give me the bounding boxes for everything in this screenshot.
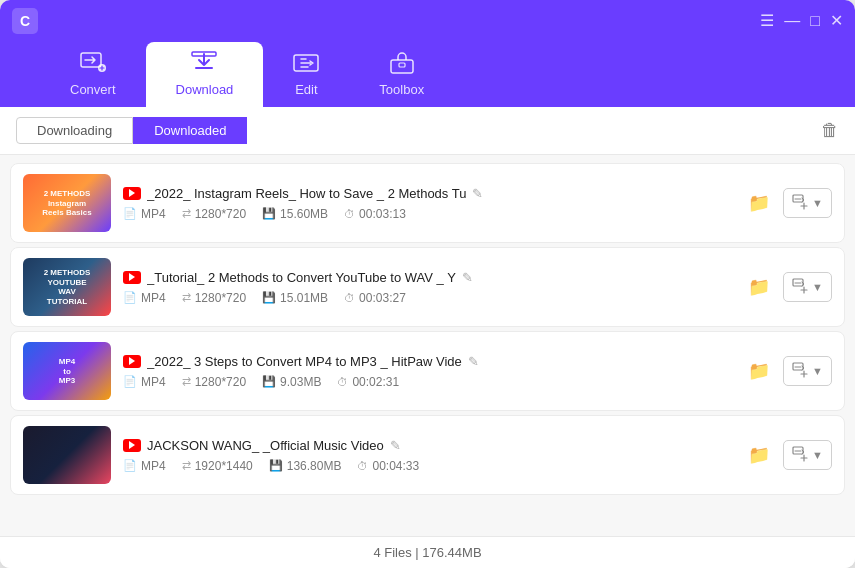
app-window: C ☰ — □ ✕ Convert xyxy=(0,0,855,568)
window-controls: ☰ — □ ✕ xyxy=(760,13,843,29)
file-info-3: _2022_ 3 Steps to Convert MP4 to MP3 _ H… xyxy=(123,354,731,389)
convert-button-1[interactable]: ▼ xyxy=(783,188,832,218)
minimize-button[interactable]: — xyxy=(784,13,800,29)
tab-download-label: Download xyxy=(176,82,234,97)
size-1: 💾 15.60MB xyxy=(262,207,328,221)
tab-convert[interactable]: Convert xyxy=(40,44,146,107)
file-meta-2: 📄 MP4 ⇄ 1280*720 💾 15.01MB ⏱ xyxy=(123,291,731,305)
menu-button[interactable]: ☰ xyxy=(760,13,774,29)
thumb-text-2: 2 METHODSYOUTUBEWAVTUTORIAL xyxy=(44,268,91,306)
file-title-3: _2022_ 3 Steps to Convert MP4 to MP3 _ H… xyxy=(147,354,462,369)
tab-toolbox[interactable]: Toolbox xyxy=(349,44,454,107)
thumb-text-1: 2 METHODSInstagramReels Basics xyxy=(42,189,91,218)
resolution-4: ⇄ 1920*1440 xyxy=(182,459,253,473)
app-logo: C xyxy=(12,8,38,34)
table-row: JACKSON WANG_ _Official Music Video ✎ 📄 … xyxy=(10,415,845,495)
thumbnail-2: 2 METHODSYOUTUBEWAVTUTORIAL xyxy=(23,258,111,316)
sub-tabs-bar: Downloading Downloaded 🗑 xyxy=(0,107,855,155)
format-3: 📄 MP4 xyxy=(123,375,166,389)
table-row: 2 METHODSInstagramReels Basics _2022_ In… xyxy=(10,163,845,243)
file-title-row-3: _2022_ 3 Steps to Convert MP4 to MP3 _ H… xyxy=(123,354,731,369)
resolution-2: ⇄ 1280*720 xyxy=(182,291,246,305)
tab-convert-label: Convert xyxy=(70,82,116,97)
open-folder-button-4[interactable]: 📁 xyxy=(743,439,775,471)
tab-edit[interactable]: Edit xyxy=(263,44,349,107)
file-title-1: _2022_ Instagram Reels_ How to Save _ 2 … xyxy=(147,186,466,201)
toolbox-icon xyxy=(389,52,415,78)
open-folder-button-3[interactable]: 📁 xyxy=(743,355,775,387)
file-info-1: _2022_ Instagram Reels_ How to Save _ 2 … xyxy=(123,186,731,221)
size-4: 💾 136.80MB xyxy=(269,459,342,473)
file-info-4: JACKSON WANG_ _Official Music Video ✎ 📄 … xyxy=(123,438,731,473)
format-1: 📄 MP4 xyxy=(123,207,166,221)
table-row: 2 METHODSYOUTUBEWAVTUTORIAL _Tutorial_ 2… xyxy=(10,247,845,327)
title-bar: C ☰ — □ ✕ xyxy=(0,0,855,42)
open-folder-button-1[interactable]: 📁 xyxy=(743,187,775,219)
edit-title-icon-1[interactable]: ✎ xyxy=(472,186,483,201)
youtube-icon-4 xyxy=(123,439,141,452)
file-actions-2: 📁 ▼ xyxy=(743,271,832,303)
tab-edit-label: Edit xyxy=(295,82,317,97)
thumbnail-1: 2 METHODSInstagramReels Basics xyxy=(23,174,111,232)
file-meta-4: 📄 MP4 ⇄ 1920*1440 💾 136.80MB ⏱ xyxy=(123,459,731,473)
file-title-2: _Tutorial_ 2 Methods to Convert YouTube … xyxy=(147,270,456,285)
file-list: 2 METHODSInstagramReels Basics _2022_ In… xyxy=(0,155,855,536)
footer-summary: 4 Files | 176.44MB xyxy=(373,545,481,560)
thumbnail-4 xyxy=(23,426,111,484)
youtube-icon-2 xyxy=(123,271,141,284)
duration-2: ⏱ 00:03:27 xyxy=(344,291,406,305)
file-actions-1: 📁 ▼ xyxy=(743,187,832,219)
download-icon xyxy=(190,50,218,78)
thumb-text-3: MP4toMP3 xyxy=(59,357,75,386)
file-meta-1: 📄 MP4 ⇄ 1280*720 💾 15.60MB ⏱ xyxy=(123,207,731,221)
close-button[interactable]: ✕ xyxy=(830,13,843,29)
restore-button[interactable]: □ xyxy=(810,13,820,29)
thumbnail-3: MP4toMP3 xyxy=(23,342,111,400)
size-3: 💾 9.03MB xyxy=(262,375,321,389)
nav-bar: Convert Download Edit xyxy=(0,42,855,107)
size-2: 💾 15.01MB xyxy=(262,291,328,305)
edit-title-icon-2[interactable]: ✎ xyxy=(462,270,473,285)
tab-download[interactable]: Download xyxy=(146,42,264,107)
delete-all-button[interactable]: 🗑 xyxy=(821,120,839,141)
sub-tab-downloading[interactable]: Downloading xyxy=(16,117,133,144)
sub-tab-downloaded[interactable]: Downloaded xyxy=(133,117,247,144)
file-meta-3: 📄 MP4 ⇄ 1280*720 💾 9.03MB ⏱ xyxy=(123,375,731,389)
duration-1: ⏱ 00:03:13 xyxy=(344,207,406,221)
svg-rect-5 xyxy=(399,63,405,67)
format-4: 📄 MP4 xyxy=(123,459,166,473)
file-title-row-2: _Tutorial_ 2 Methods to Convert YouTube … xyxy=(123,270,731,285)
file-info-2: _Tutorial_ 2 Methods to Convert YouTube … xyxy=(123,270,731,305)
file-title-4: JACKSON WANG_ _Official Music Video xyxy=(147,438,384,453)
duration-3: ⏱ 00:02:31 xyxy=(337,375,399,389)
footer-bar: 4 Files | 176.44MB xyxy=(0,536,855,568)
file-actions-4: 📁 ▼ xyxy=(743,439,832,471)
convert-button-2[interactable]: ▼ xyxy=(783,272,832,302)
open-folder-button-2[interactable]: 📁 xyxy=(743,271,775,303)
convert-icon xyxy=(80,52,106,78)
content-area: Downloading Downloaded 🗑 2 METHODSInstag… xyxy=(0,107,855,568)
edit-icon xyxy=(293,52,319,78)
resolution-1: ⇄ 1280*720 xyxy=(182,207,246,221)
file-title-row-1: _2022_ Instagram Reels_ How to Save _ 2 … xyxy=(123,186,731,201)
format-2: 📄 MP4 xyxy=(123,291,166,305)
youtube-icon-1 xyxy=(123,187,141,200)
duration-4: ⏱ 00:04:33 xyxy=(357,459,419,473)
resolution-3: ⇄ 1280*720 xyxy=(182,375,246,389)
convert-button-3[interactable]: ▼ xyxy=(783,356,832,386)
file-title-row-4: JACKSON WANG_ _Official Music Video ✎ xyxy=(123,438,731,453)
convert-button-4[interactable]: ▼ xyxy=(783,440,832,470)
table-row: MP4toMP3 _2022_ 3 Steps to Convert MP4 t… xyxy=(10,331,845,411)
tab-toolbox-label: Toolbox xyxy=(379,82,424,97)
youtube-icon-3 xyxy=(123,355,141,368)
file-actions-3: 📁 ▼ xyxy=(743,355,832,387)
edit-title-icon-4[interactable]: ✎ xyxy=(390,438,401,453)
edit-title-icon-3[interactable]: ✎ xyxy=(468,354,479,369)
